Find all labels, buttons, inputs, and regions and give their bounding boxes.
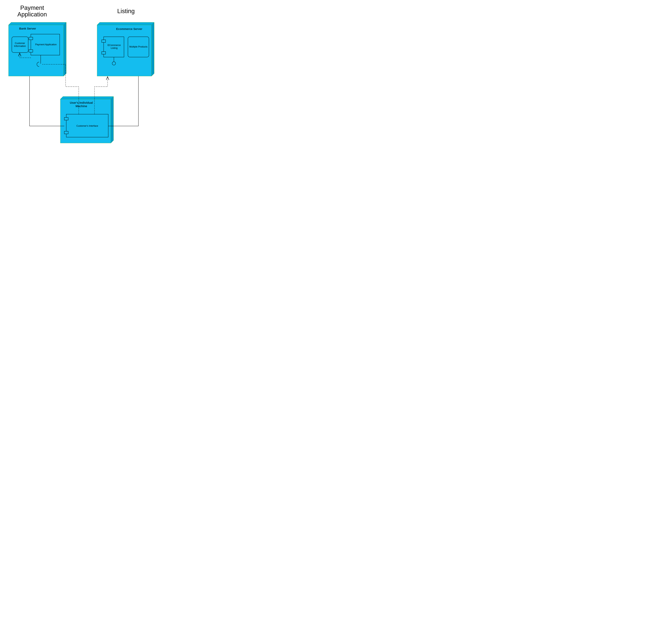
component-port-icon	[29, 50, 33, 52]
component-port-icon	[102, 52, 106, 54]
component-port-icon	[64, 131, 68, 134]
customer-information-label-2: Information	[14, 45, 26, 47]
component-port-icon	[29, 37, 33, 40]
diagram-canvas: Payment Application Listing Bank Server …	[0, 0, 158, 151]
svg-marker-11	[111, 96, 114, 143]
bank-server-node: Bank Server Customer Information Payment…	[8, 22, 66, 76]
connector-bank-to-user	[29, 76, 64, 126]
component-port-icon	[64, 117, 68, 120]
ecommerce-server-node: Ecommerce Server ECommerce Listing Multi…	[97, 22, 154, 76]
bank-server-title: Bank Server	[19, 27, 36, 30]
external-title-left: Payment Application	[17, 4, 47, 18]
ecommerce-listing-label-1: ECommerce	[108, 44, 121, 46]
ecommerce-server-title: Ecommerce Server	[116, 27, 142, 30]
svg-marker-6	[151, 22, 154, 76]
title-payment-line1: Payment	[20, 4, 44, 11]
customers-interface-label: Customer's Interface	[76, 124, 98, 127]
svg-rect-2	[8, 25, 64, 76]
svg-rect-7	[97, 25, 151, 76]
user-machine-title-line2: Machine	[75, 105, 87, 108]
user-machine-title-line1: User's Individual	[70, 101, 93, 105]
payment-application-label: Payment Application	[35, 43, 56, 46]
external-title-right: Listing	[117, 8, 135, 15]
component-port-icon	[102, 40, 106, 42]
user-machine-node: User's Individual Machine Customer's Int…	[60, 96, 114, 143]
multiple-products-label: Multiple Products	[130, 45, 147, 48]
svg-marker-1	[64, 22, 66, 76]
ecommerce-listing-label-2: Listing	[111, 47, 118, 49]
title-payment-line2: Application	[17, 11, 47, 18]
customer-information-label-1: Customer	[15, 42, 25, 45]
